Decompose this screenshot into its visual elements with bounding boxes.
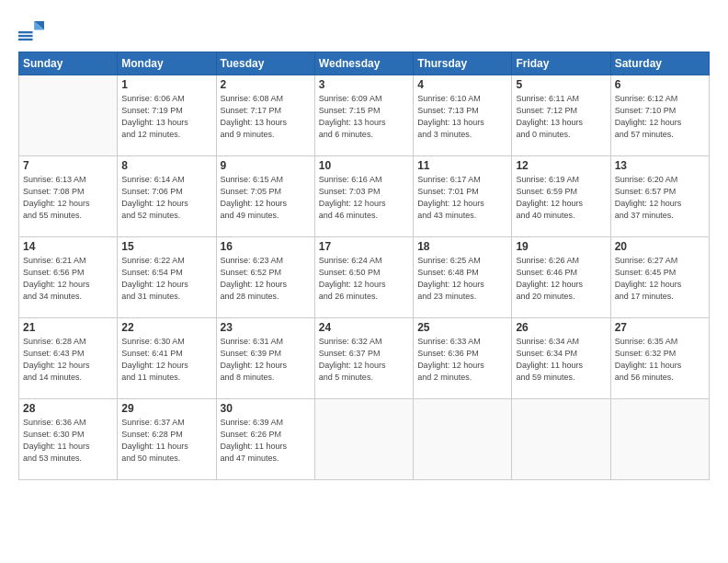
day-number: 22 bbox=[121, 321, 211, 334]
day-info: Sunrise: 6:37 AMSunset: 6:28 PMDaylight:… bbox=[121, 417, 211, 465]
week-row-1: 7Sunrise: 6:13 AMSunset: 7:08 PMDaylight… bbox=[19, 156, 710, 237]
weekday-header-saturday: Saturday bbox=[610, 52, 709, 75]
day-cell: 20Sunrise: 6:27 AMSunset: 6:45 PMDayligh… bbox=[610, 237, 709, 318]
day-number: 16 bbox=[221, 240, 311, 253]
day-cell: 8Sunrise: 6:14 AMSunset: 7:06 PMDaylight… bbox=[118, 156, 216, 237]
day-cell bbox=[314, 399, 413, 480]
day-info: Sunrise: 6:09 AMSunset: 7:15 PMDaylight:… bbox=[319, 93, 409, 141]
week-row-2: 14Sunrise: 6:21 AMSunset: 6:56 PMDayligh… bbox=[19, 237, 710, 318]
day-cell: 2Sunrise: 6:08 AMSunset: 7:17 PMDaylight… bbox=[216, 75, 314, 156]
day-info: Sunrise: 6:31 AMSunset: 6:39 PMDaylight:… bbox=[221, 336, 311, 384]
day-cell: 21Sunrise: 6:28 AMSunset: 6:43 PMDayligh… bbox=[19, 318, 118, 399]
day-info: Sunrise: 6:32 AMSunset: 6:37 PMDaylight:… bbox=[319, 336, 409, 384]
day-cell: 28Sunrise: 6:36 AMSunset: 6:30 PMDayligh… bbox=[19, 399, 118, 480]
day-info: Sunrise: 6:21 AMSunset: 6:56 PMDaylight:… bbox=[23, 255, 113, 303]
weekday-header-monday: Monday bbox=[118, 52, 216, 75]
day-cell: 22Sunrise: 6:30 AMSunset: 6:41 PMDayligh… bbox=[118, 318, 216, 399]
day-number: 23 bbox=[221, 321, 311, 334]
day-number: 30 bbox=[221, 402, 311, 415]
day-number: 10 bbox=[319, 159, 409, 172]
day-info: Sunrise: 6:14 AMSunset: 7:06 PMDaylight:… bbox=[121, 174, 211, 222]
day-number: 12 bbox=[516, 159, 606, 172]
day-number: 7 bbox=[23, 159, 113, 172]
day-cell bbox=[610, 399, 709, 480]
day-cell: 18Sunrise: 6:25 AMSunset: 6:48 PMDayligh… bbox=[414, 237, 512, 318]
weekday-header-thursday: Thursday bbox=[414, 52, 512, 75]
day-info: Sunrise: 6:26 AMSunset: 6:46 PMDaylight:… bbox=[516, 255, 606, 303]
day-cell bbox=[512, 399, 610, 480]
day-number: 27 bbox=[615, 321, 705, 334]
day-number: 24 bbox=[319, 321, 409, 334]
svg-rect-5 bbox=[18, 39, 33, 40]
header bbox=[18, 15, 710, 44]
day-info: Sunrise: 6:23 AMSunset: 6:52 PMDaylight:… bbox=[221, 255, 311, 303]
day-number: 14 bbox=[23, 240, 113, 253]
day-info: Sunrise: 6:13 AMSunset: 7:08 PMDaylight:… bbox=[23, 174, 113, 222]
weekday-header-tuesday: Tuesday bbox=[216, 52, 314, 75]
day-cell: 19Sunrise: 6:26 AMSunset: 6:46 PMDayligh… bbox=[512, 237, 610, 318]
day-number: 6 bbox=[615, 78, 705, 91]
day-cell: 12Sunrise: 6:19 AMSunset: 6:59 PMDayligh… bbox=[512, 156, 610, 237]
day-cell bbox=[414, 399, 512, 480]
day-info: Sunrise: 6:08 AMSunset: 7:17 PMDaylight:… bbox=[221, 93, 311, 141]
day-info: Sunrise: 6:11 AMSunset: 7:12 PMDaylight:… bbox=[516, 93, 606, 141]
day-cell: 13Sunrise: 6:20 AMSunset: 6:57 PMDayligh… bbox=[610, 156, 709, 237]
day-cell: 25Sunrise: 6:33 AMSunset: 6:36 PMDayligh… bbox=[414, 318, 512, 399]
calendar: SundayMondayTuesdayWednesdayThursdayFrid… bbox=[18, 52, 710, 480]
day-cell: 17Sunrise: 6:24 AMSunset: 6:50 PMDayligh… bbox=[314, 237, 413, 318]
day-info: Sunrise: 6:30 AMSunset: 6:41 PMDaylight:… bbox=[121, 336, 211, 384]
day-cell: 27Sunrise: 6:35 AMSunset: 6:32 PMDayligh… bbox=[610, 318, 709, 399]
day-info: Sunrise: 6:20 AMSunset: 6:57 PMDaylight:… bbox=[615, 174, 705, 222]
day-cell: 11Sunrise: 6:17 AMSunset: 7:01 PMDayligh… bbox=[414, 156, 512, 237]
day-cell: 23Sunrise: 6:31 AMSunset: 6:39 PMDayligh… bbox=[216, 318, 314, 399]
day-info: Sunrise: 6:19 AMSunset: 6:59 PMDaylight:… bbox=[516, 174, 606, 222]
weekday-header-sunday: Sunday bbox=[19, 52, 118, 75]
day-cell: 30Sunrise: 6:39 AMSunset: 6:26 PMDayligh… bbox=[216, 399, 314, 480]
day-info: Sunrise: 6:22 AMSunset: 6:54 PMDaylight:… bbox=[121, 255, 211, 303]
day-info: Sunrise: 6:34 AMSunset: 6:34 PMDaylight:… bbox=[516, 336, 606, 384]
week-row-4: 28Sunrise: 6:36 AMSunset: 6:30 PMDayligh… bbox=[19, 399, 710, 480]
day-info: Sunrise: 6:28 AMSunset: 6:43 PMDaylight:… bbox=[23, 336, 113, 384]
day-number: 13 bbox=[615, 159, 705, 172]
day-number: 18 bbox=[417, 240, 507, 253]
day-number: 28 bbox=[23, 402, 113, 415]
day-number: 15 bbox=[121, 240, 211, 253]
day-cell: 26Sunrise: 6:34 AMSunset: 6:34 PMDayligh… bbox=[512, 318, 610, 399]
day-cell: 16Sunrise: 6:23 AMSunset: 6:52 PMDayligh… bbox=[216, 237, 314, 318]
day-info: Sunrise: 6:10 AMSunset: 7:13 PMDaylight:… bbox=[417, 93, 507, 141]
page: SundayMondayTuesdayWednesdayThursdayFrid… bbox=[0, 0, 728, 563]
day-cell: 1Sunrise: 6:06 AMSunset: 7:19 PMDaylight… bbox=[118, 75, 216, 156]
day-number: 2 bbox=[221, 78, 311, 91]
day-info: Sunrise: 6:33 AMSunset: 6:36 PMDaylight:… bbox=[417, 336, 507, 384]
svg-rect-3 bbox=[18, 31, 33, 33]
day-info: Sunrise: 6:17 AMSunset: 7:01 PMDaylight:… bbox=[417, 174, 507, 222]
day-number: 11 bbox=[417, 159, 507, 172]
day-info: Sunrise: 6:16 AMSunset: 7:03 PMDaylight:… bbox=[319, 174, 409, 222]
day-number: 21 bbox=[23, 321, 113, 334]
day-info: Sunrise: 6:15 AMSunset: 7:05 PMDaylight:… bbox=[221, 174, 311, 222]
day-number: 26 bbox=[516, 321, 606, 334]
day-info: Sunrise: 6:27 AMSunset: 6:45 PMDaylight:… bbox=[615, 255, 705, 303]
day-info: Sunrise: 6:06 AMSunset: 7:19 PMDaylight:… bbox=[121, 93, 211, 141]
weekday-header-friday: Friday bbox=[512, 52, 610, 75]
day-number: 17 bbox=[319, 240, 409, 253]
day-cell: 10Sunrise: 6:16 AMSunset: 7:03 PMDayligh… bbox=[314, 156, 413, 237]
day-number: 8 bbox=[121, 159, 211, 172]
logo-icon bbox=[18, 18, 44, 44]
day-number: 1 bbox=[121, 78, 211, 91]
day-cell: 6Sunrise: 6:12 AMSunset: 7:10 PMDaylight… bbox=[610, 75, 709, 156]
day-cell: 14Sunrise: 6:21 AMSunset: 6:56 PMDayligh… bbox=[19, 237, 118, 318]
week-row-3: 21Sunrise: 6:28 AMSunset: 6:43 PMDayligh… bbox=[19, 318, 710, 399]
day-cell: 9Sunrise: 6:15 AMSunset: 7:05 PMDaylight… bbox=[216, 156, 314, 237]
day-number: 5 bbox=[516, 78, 606, 91]
day-info: Sunrise: 6:25 AMSunset: 6:48 PMDaylight:… bbox=[417, 255, 507, 303]
day-info: Sunrise: 6:24 AMSunset: 6:50 PMDaylight:… bbox=[319, 255, 409, 303]
day-cell: 3Sunrise: 6:09 AMSunset: 7:15 PMDaylight… bbox=[314, 75, 413, 156]
day-number: 25 bbox=[417, 321, 507, 334]
day-info: Sunrise: 6:39 AMSunset: 6:26 PMDaylight:… bbox=[221, 417, 311, 465]
day-cell: 7Sunrise: 6:13 AMSunset: 7:08 PMDaylight… bbox=[19, 156, 118, 237]
day-info: Sunrise: 6:12 AMSunset: 7:10 PMDaylight:… bbox=[615, 93, 705, 141]
week-row-0: 1Sunrise: 6:06 AMSunset: 7:19 PMDaylight… bbox=[19, 75, 710, 156]
day-cell: 29Sunrise: 6:37 AMSunset: 6:28 PMDayligh… bbox=[118, 399, 216, 480]
day-cell: 4Sunrise: 6:10 AMSunset: 7:13 PMDaylight… bbox=[414, 75, 512, 156]
